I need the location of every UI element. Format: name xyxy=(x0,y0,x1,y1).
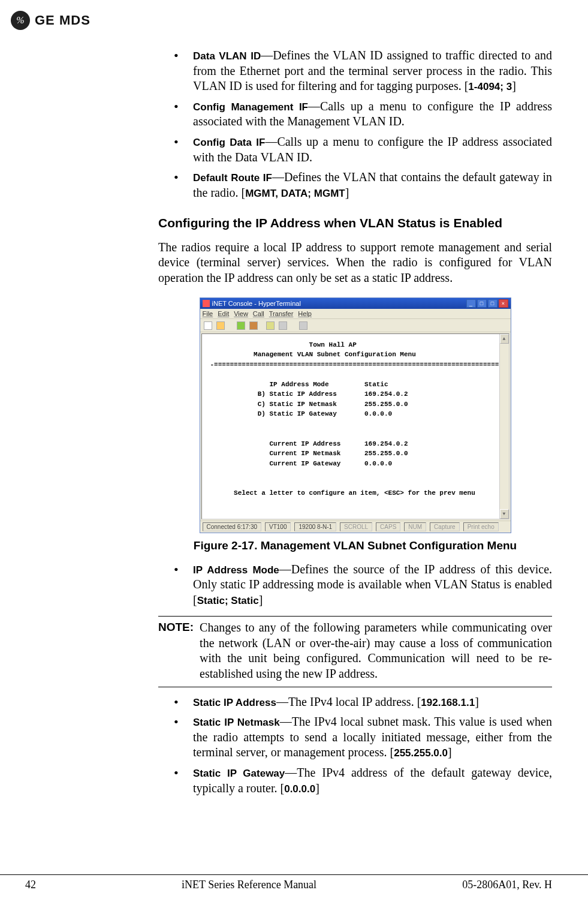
bullet-item: Data VLAN ID—Defines the VLAN ID assigne… xyxy=(182,48,552,94)
bullet-after: ] xyxy=(345,186,349,199)
toolbar-misc-icon[interactable] xyxy=(299,321,307,330)
terminal-scrollbar[interactable]: ▲▼ xyxy=(499,334,509,519)
figure-caption: Figure 2-17. Management VLAN Subnet Conf… xyxy=(158,539,552,552)
bullet-after: ] xyxy=(512,79,516,92)
note-block: NOTE: Changes to any of the following pa… xyxy=(158,616,552,687)
status-num: NUM xyxy=(404,522,426,531)
paragraph-intro: The radios require a local IP address to… xyxy=(158,240,552,286)
app-icon xyxy=(203,300,210,307)
footer-page-number: 42 xyxy=(25,879,36,891)
bullet-item: IP Address Mode—Defines the source of th… xyxy=(182,562,552,608)
toolbar-call-icon[interactable] xyxy=(237,321,245,330)
note-label: NOTE: xyxy=(158,620,194,681)
bullet-after: ] xyxy=(475,695,479,708)
bullet-list-top: Data VLAN ID—Defines the VLAN ID assigne… xyxy=(182,48,552,200)
bullet-term: Config Data IF xyxy=(193,137,265,148)
bullet-item: Config Data IF—Calls up a menu to config… xyxy=(182,134,552,165)
bullet-term: Config Management IF xyxy=(193,101,308,113)
bullet-item: Default Route IF—Defines the VLAN that c… xyxy=(182,170,552,200)
bullet-term: IP Address Mode xyxy=(193,564,279,576)
note-text: Changes to any of the following paramete… xyxy=(200,620,552,681)
minimize-button[interactable]: _ xyxy=(466,299,476,308)
ge-monogram-icon: % xyxy=(11,11,30,30)
bullet-item: Static IP Netmask—The IPv4 local subnet … xyxy=(182,714,552,760)
status-print: Print echo xyxy=(463,522,499,531)
statusbar: Connected 6:17:30 VT100 19200 8-N-1 SCRO… xyxy=(200,521,511,533)
page-footer: 42 iNET Series Reference Manual 05-2806A… xyxy=(0,874,588,891)
brand-ge: GE xyxy=(35,13,55,28)
bullet-after: ] xyxy=(448,745,452,759)
toolbar-send-icon[interactable] xyxy=(266,321,275,330)
bullet-term: Static IP Address xyxy=(193,697,276,708)
window-titlebar: iNET Console - HyperTerminal _ □ □ × xyxy=(200,298,511,309)
window-buttons: _ □ □ × xyxy=(466,299,508,308)
toolbar-open-icon[interactable] xyxy=(216,321,225,330)
menu-edit[interactable]: Edit xyxy=(218,310,229,317)
menu-help[interactable]: Help xyxy=(298,310,312,317)
menu-transfer[interactable]: Transfer xyxy=(269,310,294,317)
bullet-item: Config Management IF—Calls up a menu to … xyxy=(182,99,552,130)
brand-mds: MDS xyxy=(59,13,91,28)
status-connected: Connected 6:17:30 xyxy=(203,522,262,531)
status-caps: CAPS xyxy=(376,522,400,531)
heading-config-ip: Configuring the IP Address when VLAN Sta… xyxy=(158,215,552,231)
bullet-after: ] xyxy=(259,593,263,606)
toolbar xyxy=(200,319,511,332)
restore-button[interactable]: □ xyxy=(477,299,487,308)
status-terminal: VT100 xyxy=(265,522,291,531)
status-scroll: SCROLL xyxy=(340,522,372,531)
bullet-list-mid: IP Address Mode—Defines the source of th… xyxy=(182,562,552,608)
menu-call[interactable]: Call xyxy=(253,310,264,317)
close-button[interactable]: × xyxy=(499,299,508,308)
footer-manual-title: iNET Series Reference Manual xyxy=(182,879,316,891)
bullet-desc: —The IPv4 local IP address. [ xyxy=(276,695,421,708)
window-title: iNET Console - HyperTerminal xyxy=(212,300,301,307)
terminal-output: Town Hall AP Management VLAN Subnet Conf… xyxy=(201,333,509,519)
bullet-term: Static IP Netmask xyxy=(193,717,280,728)
main-content: Data VLAN ID—Defines the VLAN ID assigne… xyxy=(158,48,552,796)
bullet-term: Data VLAN ID xyxy=(193,50,261,62)
menubar: FileEditViewCallTransferHelp xyxy=(200,309,511,319)
menu-view[interactable]: View xyxy=(234,310,248,317)
bullet-list-bottom: Static IP Address—The IPv4 local IP addr… xyxy=(182,694,552,796)
maximize-button[interactable]: □ xyxy=(488,299,497,308)
bullet-item: Static IP Gateway—The IPv4 address of th… xyxy=(182,765,552,796)
toolbar-hangup-icon[interactable] xyxy=(249,321,258,330)
status-capture: Capture xyxy=(430,522,460,531)
bullet-range: 255.255.0.0 xyxy=(394,747,448,759)
hyperterminal-screenshot: iNET Console - HyperTerminal _ □ □ × Fil… xyxy=(200,297,511,533)
bullet-term: Static IP Gateway xyxy=(193,768,285,779)
bullet-range: 0.0.0.0 xyxy=(284,783,315,795)
bullet-range: 1-4094; 3 xyxy=(468,81,512,92)
footer-doc-rev: 05-2806A01, Rev. H xyxy=(462,879,552,891)
bullet-item: Static IP Address—The IPv4 local IP addr… xyxy=(182,694,552,710)
bullet-range: Static; Static xyxy=(197,595,259,606)
toolbar-new-icon[interactable] xyxy=(204,321,212,330)
menu-file[interactable]: File xyxy=(203,310,213,317)
toolbar-props-icon[interactable] xyxy=(279,321,287,330)
bullet-term: Default Route IF xyxy=(193,172,272,184)
brand-header: % GE MDS xyxy=(11,11,552,30)
bullet-range: MGMT, DATA; MGMT xyxy=(245,188,345,199)
status-baud: 19200 8-N-1 xyxy=(294,522,336,531)
bullet-range: 192.168.1.1 xyxy=(421,697,475,708)
brand-text: GE MDS xyxy=(35,13,91,28)
bullet-after: ] xyxy=(315,781,319,795)
